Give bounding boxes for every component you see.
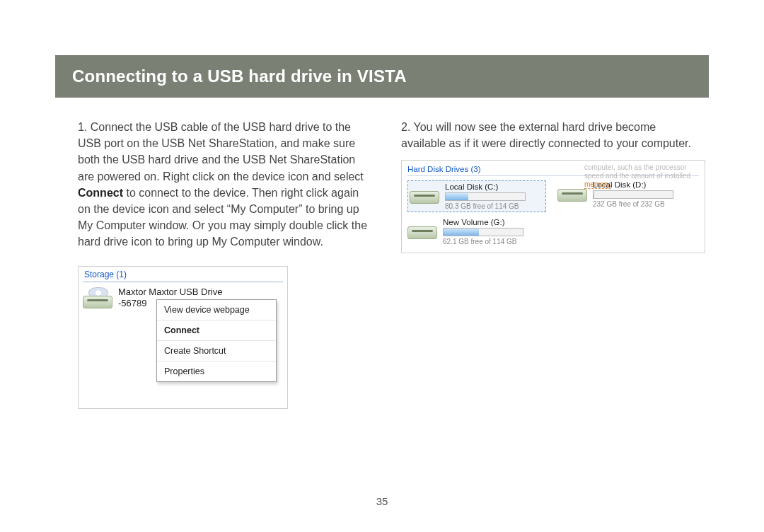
drive-free-text: 80.3 GB free of 114 GB	[445, 202, 526, 210]
hint-memory-link[interactable]: memory.	[584, 180, 611, 189]
hint-line-2a: speed and the amount of installed	[584, 172, 690, 180]
menu-item-create-shortcut[interactable]: Create Shortcut	[157, 340, 276, 361]
step-1-part-a: Connect the USB cable of the USB hard dr…	[78, 121, 364, 183]
menu-item-properties[interactable]: Properties	[157, 361, 276, 381]
sidebar-hint-text: computer, such as the processor speed an…	[584, 163, 698, 189]
drive-usage-bar	[445, 192, 526, 201]
hint-line-1: computer, such as the processor	[584, 163, 698, 172]
two-column-body: 1. Connect the USB cable of the USB hard…	[78, 119, 696, 409]
section-banner: Connecting to a USB hard drive in VISTA	[55, 55, 709, 98]
optical-drive-icon	[83, 287, 112, 308]
drive-cell-g[interactable]: New Volume (G:) 62.1 GB free of 114 GB	[407, 218, 542, 245]
drives-grid: Local Disk (C:) 80.3 GB free of 114 GB L…	[407, 180, 699, 245]
step-1-text: 1. Connect the USB cable of the USB hard…	[78, 119, 373, 250]
step-1-number: 1.	[78, 121, 91, 133]
menu-item-connect[interactable]: Connect	[157, 320, 276, 340]
storage-device-name: Maxtor Maxtor USB Drive	[118, 287, 222, 298]
drive-name: Local Disk (C:)	[445, 183, 526, 191]
drive-usage-bar	[593, 190, 673, 199]
step-1-bold-connect: Connect	[78, 187, 123, 199]
storage-header: Storage (1)	[79, 267, 287, 281]
hard-drive-icon	[557, 180, 587, 202]
hard-drive-icon	[407, 218, 437, 239]
step-2-text: 2. You will now see the external hard dr…	[401, 119, 696, 151]
drive-free-text: 62.1 GB free of 114 GB	[443, 238, 523, 245]
step-2-body: You will now see the external hard drive…	[401, 121, 691, 149]
drive-cell-c[interactable]: Local Disk (C:) 80.3 GB free of 114 GB	[407, 180, 546, 212]
section-title: Connecting to a USB hard drive in VISTA	[72, 66, 407, 86]
figure-hard-disk-drives: computer, such as the processor speed an…	[401, 160, 705, 253]
page-number: 35	[0, 495, 764, 507]
drive-usage-bar	[443, 228, 523, 236]
step-2-number: 2.	[401, 121, 414, 133]
right-column: 2. You will now see the external hard dr…	[401, 119, 696, 409]
hard-drive-icon	[410, 183, 439, 204]
drive-name: New Volume (G:)	[443, 218, 523, 226]
drive-free-text: 232 GB free of 232 GB	[593, 200, 673, 208]
left-column: 1. Connect the USB cable of the USB hard…	[78, 119, 373, 409]
context-menu: View device webpage Connect Create Short…	[156, 299, 277, 382]
figure-storage-context-menu: Storage (1) Maxtor Maxtor USB Drive -567…	[78, 266, 288, 409]
menu-item-view-webpage[interactable]: View device webpage	[157, 300, 276, 320]
